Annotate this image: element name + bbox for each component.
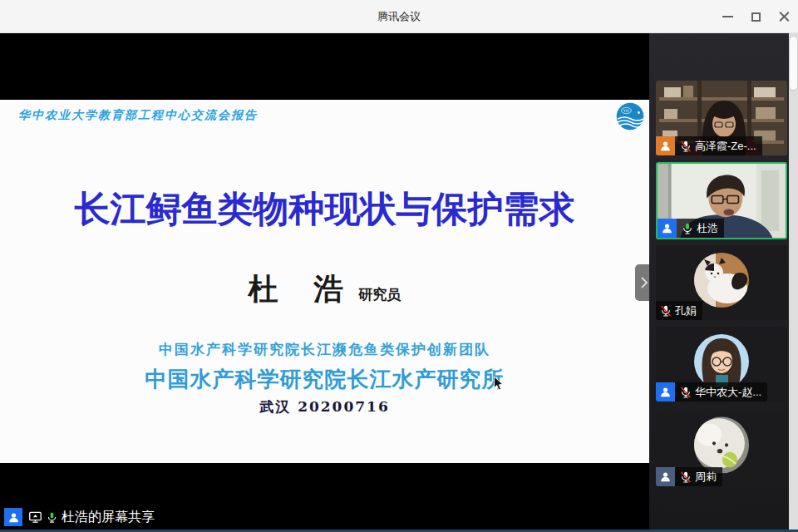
participant-tile-duhao[interactable]: 杜浩 [656, 162, 787, 239]
mic-muted-icon [679, 470, 692, 484]
participant-name-bar: 孔娟 [656, 301, 702, 320]
place-date-line: 武汉 20200716 [0, 397, 649, 416]
minimize-icon [722, 16, 733, 17]
maximize-icon [751, 12, 761, 22]
share-status-bar: 杜浩的屏幕共享 [0, 508, 155, 526]
close-icon [779, 12, 790, 22]
participant-name-bar: 周莉 [656, 467, 722, 486]
window-title: 腾讯会议 [0, 0, 798, 33]
member-badge-icon [656, 467, 675, 486]
mouse-cursor [493, 376, 504, 392]
speaker-name: 杜 浩 [249, 271, 349, 306]
participant-tile-zhouli[interactable]: 周莉 [656, 409, 787, 486]
speaker-line: 杜 浩研究员 [0, 269, 649, 310]
sidebar-scrollbar[interactable] [789, 33, 798, 532]
tencent-meeting-window: 腾讯会议 华中农业大学教育部工程中心交流会报告 YFI 长江鲟鱼类物种现状与保护… [0, 0, 798, 532]
title-bar: 腾讯会议 [0, 0, 798, 33]
window-controls [713, 0, 798, 33]
member-badge-icon [658, 219, 677, 238]
participant-name-bar: 高泽霞-Ze-... [656, 136, 762, 155]
svg-text:YFI: YFI [623, 109, 629, 113]
mic-muted-icon [679, 140, 692, 153]
participant-tile-gaozexia[interactable]: 高泽霞-Ze-... [656, 81, 787, 155]
participant-name-bar: 杜浩 [658, 219, 724, 238]
institute-line: 中国水产科学研究院长江水产研究所 [0, 365, 649, 394]
participant-name-bar: 华中农大-赵... [656, 382, 767, 401]
chevron-right-icon [640, 277, 648, 288]
screen-share-stage: 华中农业大学教育部工程中心交流会报告 YFI 长江鲟鱼类物种现状与保护需求 杜 … [0, 33, 649, 532]
participant-tile-kongjuan[interactable]: 孔娟 [656, 245, 787, 320]
close-button[interactable] [770, 0, 798, 33]
screen-share-icon [28, 510, 42, 525]
mic-muted-icon [679, 386, 692, 399]
shared-slide: 华中农业大学教育部工程中心交流会报告 YFI 长江鲟鱼类物种现状与保护需求 杜 … [0, 100, 649, 463]
participant-name: 孔娟 [675, 303, 702, 318]
minimize-button[interactable] [713, 0, 741, 33]
yfi-institute-logo-icon: YFI [616, 102, 644, 131]
scrollbar-thumb[interactable] [790, 37, 797, 90]
team-line: 中国水产科学研究院长江濒危鱼类保护创新团队 [0, 340, 649, 359]
participant-name: 杜浩 [697, 221, 724, 236]
slide-header-text: 华中农业大学教育部工程中心交流会报告 [18, 108, 258, 123]
participant-tile-hzau-zhao[interactable]: 华中农大-赵... [656, 327, 787, 401]
share-status-label: 杜浩的屏幕共享 [62, 509, 155, 526]
slide-title: 长江鲟鱼类物种现状与保护需求 [0, 185, 649, 234]
participant-name: 高泽霞-Ze-... [695, 139, 762, 154]
participant-name: 周莉 [695, 470, 722, 485]
mic-on-icon [681, 222, 694, 235]
mic-muted-icon [659, 304, 672, 318]
host-role-badge-icon [656, 136, 675, 155]
presenter-badge-icon [4, 508, 22, 526]
speaker-title: 研究员 [358, 286, 401, 303]
maximize-button[interactable] [741, 0, 770, 33]
member-badge-icon [656, 382, 675, 401]
mic-on-icon [46, 511, 58, 524]
participants-sidebar: 高泽霞-Ze-... [649, 33, 798, 532]
participant-name: 华中农大-赵... [695, 385, 767, 400]
